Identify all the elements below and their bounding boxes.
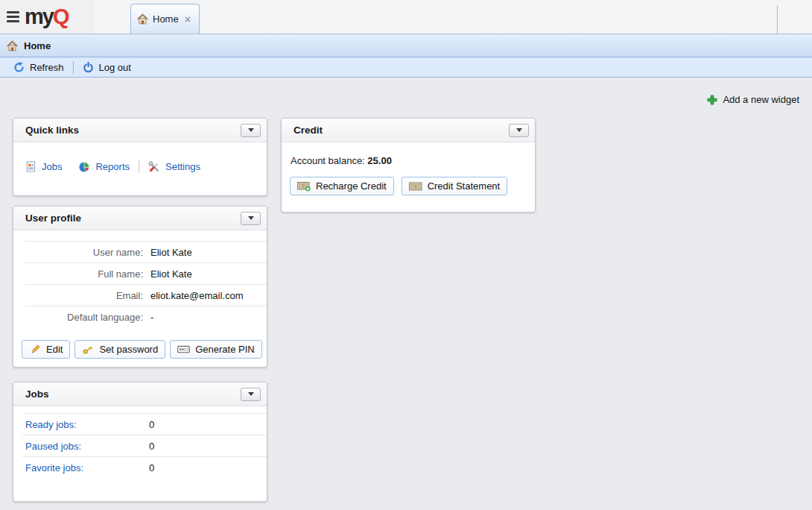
pin-pad-icon bbox=[177, 344, 190, 354]
collapse-widget-button[interactable] bbox=[241, 212, 261, 225]
profile-row-default-language: Default language: - bbox=[25, 306, 267, 327]
profile-row-user-name: User name: Eliot Kate bbox=[25, 241, 267, 262]
row-value: Eliot Kate bbox=[150, 268, 192, 280]
widget-title: Quick links bbox=[25, 125, 79, 136]
logo-text-my: my bbox=[25, 4, 53, 28]
widget-credit: Credit Account balance: 25.00 bbox=[281, 118, 536, 212]
row-label: Full name: bbox=[25, 268, 143, 280]
generate-pin-button[interactable]: Generate PIN bbox=[170, 340, 262, 359]
button-label: Generate PIN bbox=[195, 344, 255, 355]
jobs-row-paused: Paused jobs: 0 bbox=[22, 435, 267, 456]
account-balance-row: Account balance: 25.00 bbox=[282, 142, 535, 166]
collapse-widget-button[interactable] bbox=[241, 124, 261, 137]
pie-chart-icon bbox=[78, 161, 90, 173]
logo-text-q: Q bbox=[53, 4, 69, 28]
ready-jobs-link[interactable]: Ready jobs: bbox=[25, 419, 149, 430]
main-menu-button[interactable]: myQ bbox=[0, 0, 95, 34]
tab-label: Home bbox=[153, 13, 179, 25]
key-icon bbox=[82, 344, 94, 356]
chevron-down-icon bbox=[248, 216, 254, 220]
power-icon bbox=[83, 62, 94, 73]
refresh-button[interactable]: Refresh bbox=[7, 62, 70, 73]
edit-button[interactable]: Edit bbox=[22, 340, 70, 359]
row-value: Eliot Kate bbox=[150, 247, 192, 258]
banknote-icon bbox=[409, 181, 422, 192]
quick-links-separator bbox=[139, 160, 139, 173]
quick-link-reports[interactable]: Reports bbox=[78, 161, 130, 173]
jobs-document-icon bbox=[25, 161, 37, 172]
tab-home[interactable]: Home × bbox=[130, 4, 200, 34]
widget-jobs: Jobs Ready jobs: 0 Paused jobs: 0 Favori… bbox=[13, 382, 267, 502]
logout-label: Log out bbox=[99, 62, 131, 73]
row-label: Default language: bbox=[25, 312, 143, 323]
row-value: - bbox=[150, 312, 153, 323]
widget-title: Jobs bbox=[25, 388, 49, 400]
account-balance-value: 25.00 bbox=[367, 155, 392, 166]
button-label: Set password bbox=[99, 344, 158, 355]
row-label: Email: bbox=[25, 290, 143, 301]
widget-title: Credit bbox=[294, 125, 323, 136]
toolbar-separator bbox=[73, 61, 74, 74]
button-label: Edit bbox=[46, 344, 63, 355]
banknote-plus-icon bbox=[297, 181, 311, 192]
widget-header: Quick links bbox=[13, 119, 267, 142]
button-label: Credit Statement bbox=[428, 180, 501, 192]
widget-header: Jobs bbox=[13, 382, 267, 406]
page-title: Home bbox=[24, 40, 51, 51]
chevron-down-icon bbox=[248, 128, 254, 132]
row-value: 0 bbox=[149, 441, 154, 452]
recharge-credit-button[interactable]: Recharge Credit bbox=[290, 177, 394, 195]
button-label: Recharge Credit bbox=[316, 180, 387, 192]
account-balance-label: Account balance: bbox=[291, 155, 365, 166]
pencil-icon bbox=[29, 344, 41, 356]
widget-title: User profile bbox=[25, 212, 81, 224]
widget-user-profile: User profile User name: Eliot Kate Full … bbox=[13, 206, 267, 368]
quick-links-row: Jobs Reports bbox=[13, 142, 267, 173]
tools-icon bbox=[148, 161, 160, 173]
paused-jobs-link[interactable]: Paused jobs: bbox=[25, 441, 149, 452]
widget-quick-links: Quick links Jobs bbox=[13, 118, 267, 196]
quick-link-label: Reports bbox=[95, 161, 130, 172]
jobs-row-favorite: Favorite jobs: 0 bbox=[22, 456, 267, 478]
close-icon[interactable]: × bbox=[185, 14, 191, 25]
profile-row-full-name: Full name: Eliot Kate bbox=[25, 262, 267, 284]
myq-logo: myQ bbox=[25, 6, 68, 28]
quick-link-label: Jobs bbox=[42, 161, 62, 172]
refresh-icon bbox=[13, 62, 25, 73]
myq-web-app: myQ Home × Home bbox=[0, 0, 812, 510]
jobs-row-ready: Ready jobs: 0 bbox=[22, 413, 267, 435]
set-password-button[interactable]: Set password bbox=[74, 340, 165, 359]
hamburger-menu-icon bbox=[7, 11, 19, 22]
tabstrip-separator bbox=[777, 5, 778, 34]
quick-link-label: Settings bbox=[165, 161, 200, 172]
toolbar: Refresh Log out bbox=[0, 57, 812, 78]
row-value: 0 bbox=[149, 419, 154, 430]
chevron-down-icon bbox=[516, 128, 522, 132]
favorite-jobs-link[interactable]: Favorite jobs: bbox=[25, 462, 149, 473]
plus-icon bbox=[707, 95, 717, 105]
collapse-widget-button[interactable] bbox=[241, 388, 261, 401]
add-widget-label: Add a new widget bbox=[723, 94, 799, 105]
profile-row-email: Email: eliot.kate@email.com bbox=[25, 284, 267, 306]
top-bar: myQ Home × bbox=[0, 0, 812, 34]
home-icon bbox=[137, 13, 148, 25]
quick-link-jobs[interactable]: Jobs bbox=[25, 161, 62, 172]
widget-header: Credit bbox=[282, 119, 535, 142]
quick-link-settings[interactable]: Settings bbox=[148, 161, 200, 173]
row-label: User name: bbox=[25, 247, 143, 258]
credit-statement-button[interactable]: Credit Statement bbox=[402, 177, 508, 195]
widget-header: User profile bbox=[13, 207, 267, 230]
page-header: Home bbox=[0, 34, 812, 57]
row-value: eliot.kate@email.com bbox=[150, 290, 243, 301]
add-widget-button[interactable]: Add a new widget bbox=[707, 94, 799, 105]
collapse-widget-button[interactable] bbox=[509, 124, 529, 137]
chevron-down-icon bbox=[248, 392, 254, 396]
logout-button[interactable]: Log out bbox=[77, 62, 137, 73]
refresh-label: Refresh bbox=[30, 62, 64, 73]
home-icon bbox=[7, 40, 18, 51]
row-value: 0 bbox=[149, 462, 154, 473]
